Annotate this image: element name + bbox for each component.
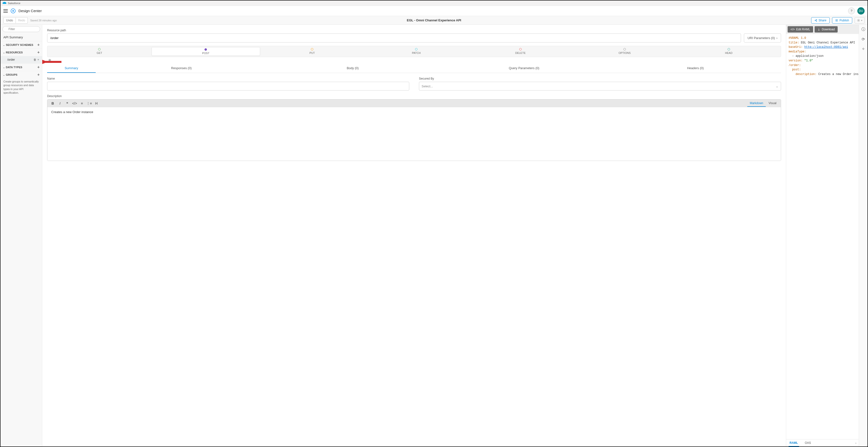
name-input[interactable]	[47, 82, 409, 91]
data-types-label: DATA TYPES	[6, 66, 22, 69]
download-button[interactable]: ⭳ Download	[814, 26, 838, 33]
markdown-tab[interactable]: Markdown	[747, 100, 766, 107]
chevron-down-icon: ⌄	[776, 84, 778, 88]
edit-raml-button[interactable]: </> Edit RAML	[787, 26, 813, 33]
tab-query-parameters[interactable]: Query Parameters (0)	[438, 64, 610, 73]
http-methods: GET POST PUT PATCH DELETE OPTIONS HEAD	[47, 46, 781, 57]
method-delete[interactable]: DELETE	[468, 48, 572, 55]
api-title: EGL - Omni Channel Experience API	[407, 19, 461, 22]
ordered-list-button[interactable]: ≡	[79, 100, 85, 106]
bold-button[interactable]: B	[49, 100, 56, 106]
share-button[interactable]: Share	[811, 17, 830, 24]
publish-icon	[835, 19, 838, 22]
settings-cycle-icon[interactable]: ✧	[861, 46, 866, 51]
tab-body[interactable]: Body (0)	[267, 64, 439, 73]
resource-name: /order	[7, 58, 15, 61]
toolbar: Undo Redo Saved 28 minutes ago EGL - Omn…	[0, 16, 868, 25]
api-summary-link[interactable]: API Summary	[0, 33, 42, 41]
avatar[interactable]: DU	[857, 7, 865, 14]
svg-point-2	[816, 21, 817, 21]
tab-headers[interactable]: Headers (0)	[610, 64, 781, 73]
chevron-down-icon: ▾	[861, 19, 862, 22]
salesforce-bar: Salesforce	[0, 0, 868, 6]
groups-section[interactable]: ⌄ GROUPS +	[0, 71, 42, 78]
tab-summary[interactable]: Summary	[47, 64, 96, 73]
italic-button[interactable]: I	[57, 100, 63, 106]
share-icon	[814, 19, 817, 22]
code-icon: </>	[790, 28, 795, 31]
method-get[interactable]: GET	[48, 48, 152, 55]
delete-resource-icon[interactable]: 🗑	[33, 58, 36, 61]
description-editor: B I ❝ </> ≡ ⋮≡ H Markdown Visual Creates…	[47, 99, 781, 161]
method-head[interactable]: HEAD	[677, 48, 781, 55]
uri-parameters-label: URI Parameters (0)	[748, 36, 775, 40]
chevron-right-icon[interactable]: ›	[856, 441, 856, 445]
cloud-icon	[2, 2, 6, 5]
heading-button[interactable]: H	[93, 100, 100, 106]
design-center-logo-icon	[11, 8, 16, 13]
resource-path-label: Resource path	[47, 29, 781, 32]
code-button[interactable]: </>	[71, 100, 78, 106]
sidebar-item-order[interactable]: /order 🗑 +	[0, 56, 42, 63]
edit-raml-label: Edit RAML	[796, 28, 810, 31]
add-resource-button[interactable]: +	[37, 50, 39, 55]
app-header: Design Center ? DU	[0, 6, 868, 16]
info-icon[interactable]: ⓘ	[861, 27, 866, 32]
resources-label: RESOURCES	[6, 51, 23, 54]
menu-icon[interactable]	[3, 9, 8, 12]
security-schemes-section[interactable]: ⌄ SECURITY SCHEMES +	[0, 41, 42, 48]
oas-tab[interactable]: OAS	[804, 440, 812, 447]
unordered-list-button[interactable]: ⋮≡	[86, 100, 93, 106]
raml-tab[interactable]: RAML	[788, 440, 799, 447]
publish-button[interactable]: Publish	[832, 17, 852, 24]
share-label: Share	[819, 19, 827, 22]
chevron-right-icon: ›	[776, 36, 777, 40]
data-types-section[interactable]: ⌄ DATA TYPES +	[0, 63, 42, 71]
download-label: Download	[822, 28, 835, 31]
description-textarea[interactable]: Creates a new Order instance	[48, 107, 781, 161]
resource-path-input[interactable]	[47, 33, 741, 42]
visual-tab[interactable]: Visual	[766, 100, 779, 107]
method-patch[interactable]: PATCH	[364, 48, 468, 55]
help-button[interactable]: ?	[848, 7, 855, 14]
method-options[interactable]: OPTIONS	[572, 48, 677, 55]
salesforce-label: Salesforce	[8, 2, 21, 5]
secured-by-label: Secured By	[419, 77, 781, 80]
groups-hint: Create groups to semantically group reso…	[0, 78, 42, 96]
tab-responses[interactable]: Responses (0)	[96, 64, 267, 73]
raml-code-view: #%RAML 1.0 title: EGL Omni Channel Exper…	[786, 34, 859, 439]
resources-section[interactable]: ⌄ RESOURCES +	[0, 48, 42, 56]
chevron-down-icon: ⌄	[3, 44, 5, 46]
code-panel: </> Edit RAML ⭳ Download #%RAML 1.0 titl…	[786, 25, 859, 447]
saved-status: Saved 28 minutes ago	[30, 19, 57, 22]
gear-icon	[857, 19, 860, 22]
svg-point-5	[858, 20, 859, 21]
right-icon-rail: ⓘ ⟳ ✧	[859, 25, 868, 447]
settings-button[interactable]: ▾	[855, 17, 865, 24]
editor-toolbar: B I ❝ </> ≡ ⋮≡ H Markdown Visual	[48, 100, 781, 107]
code-footer: RAML OAS ›	[786, 439, 859, 447]
editor-panel: Resource path URI Parameters (0) › GET P…	[42, 25, 786, 447]
chevron-down-icon: ⌄	[3, 73, 5, 76]
groups-label: GROUPS	[6, 73, 18, 76]
delete-method-icon[interactable]: 🗑	[48, 59, 52, 62]
uri-parameters-button[interactable]: URI Parameters (0) ›	[744, 33, 781, 42]
method-post[interactable]: POST	[152, 47, 260, 56]
publish-label: Publish	[840, 19, 849, 22]
detail-tabs: Summary Responses (0) Body (0) Query Par…	[47, 64, 781, 73]
description-label: Description	[47, 94, 781, 98]
svg-line-3	[815, 20, 816, 20]
chevron-down-icon: ⌄	[3, 66, 5, 69]
add-data-type-button[interactable]: +	[37, 65, 39, 69]
filter-input[interactable]	[2, 26, 40, 32]
add-security-scheme-button[interactable]: +	[37, 43, 39, 47]
add-child-resource-icon[interactable]: +	[37, 58, 39, 61]
refresh-icon[interactable]: ⟳	[861, 36, 866, 42]
add-group-button[interactable]: +	[37, 73, 39, 77]
quote-button[interactable]: ❝	[64, 100, 71, 106]
method-put[interactable]: PUT	[260, 48, 364, 55]
redo-button[interactable]: Redo	[16, 17, 28, 24]
undo-button[interactable]: Undo	[3, 17, 16, 24]
secured-by-select[interactable]: Select... ⌄	[419, 82, 781, 91]
secured-by-placeholder: Select...	[422, 84, 433, 88]
